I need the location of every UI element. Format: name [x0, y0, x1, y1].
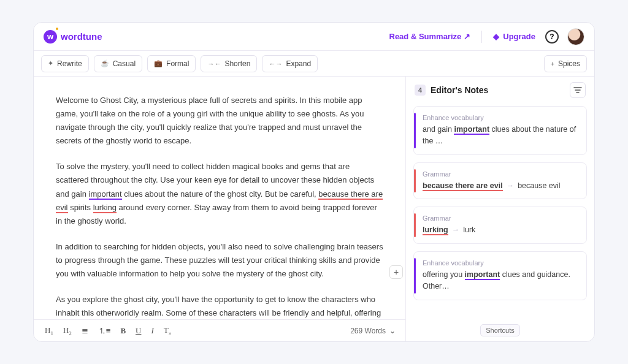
expand-button[interactable]: ←→ Expand — [262, 55, 318, 72]
sparkle-icon: ✦ — [48, 59, 53, 67]
editor-scroll[interactable]: Welcome to Ghost City, a mysterious plac… — [34, 77, 405, 319]
paragraph[interactable]: As you explore the ghost city, you'll ha… — [56, 293, 383, 319]
brand-logo[interactable]: w wordtune — [44, 30, 102, 44]
plus-icon: + — [551, 60, 554, 67]
document-body[interactable]: Welcome to Ghost City, a mysterious plac… — [56, 94, 383, 319]
vocab-highlight[interactable]: important — [89, 189, 122, 200]
note-category: Grammar — [423, 170, 579, 178]
diamond-icon: ◆ — [493, 32, 499, 41]
word-count-label: 269 Words — [350, 327, 386, 335]
note-card[interactable]: Grammarlurking→lurk — [413, 207, 587, 244]
logo-mark-icon: w — [44, 30, 57, 44]
note-category: Enhance vocabulary — [423, 259, 579, 267]
bold-button[interactable]: B — [119, 325, 127, 337]
underline-button[interactable]: U — [134, 325, 142, 337]
brand-name: wordtune — [61, 31, 102, 42]
rewrite-button[interactable]: ✦ Rewrite — [41, 55, 89, 72]
shorten-icon: →← — [207, 60, 221, 67]
note-body: offering you important clues and guidanc… — [423, 269, 579, 292]
casual-button[interactable]: ☕ Casual — [94, 55, 142, 72]
casual-icon: ☕ — [101, 59, 109, 67]
formal-label: Formal — [166, 59, 189, 68]
casual-label: Casual — [113, 59, 136, 68]
clear-format-button[interactable]: T× — [163, 324, 173, 338]
shorten-label: Shorten — [224, 59, 250, 68]
numbered-list-button[interactable]: ⒈≡ — [97, 324, 112, 338]
expand-icon: ←→ — [269, 60, 282, 67]
word-count-button[interactable]: 269 Words ⌄ — [350, 327, 396, 335]
note-body: lurking→lurk — [423, 224, 579, 236]
external-link-icon: ↗ — [464, 32, 470, 41]
main-split: Welcome to Ghost City, a mysterious plac… — [34, 77, 594, 341]
note-card[interactable]: Enhance vocabularyand gain important clu… — [413, 106, 587, 155]
add-block-button[interactable]: + — [389, 265, 403, 279]
spices-button[interactable]: + Spices — [544, 55, 587, 72]
filter-icon — [573, 86, 582, 94]
editor-footer-toolbar: H1 H2 ≣ ⒈≡ B U I T× 269 Words ⌄ — [34, 319, 405, 341]
upgrade-label: Upgrade — [503, 32, 535, 41]
grammar-highlight: because there are evil — [423, 181, 503, 191]
spices-label: Spices — [558, 59, 580, 68]
notes-list: Enhance vocabularyand gain important clu… — [406, 104, 594, 320]
paragraph[interactable]: Welcome to Ghost City, a mysterious plac… — [56, 94, 383, 148]
filter-button[interactable] — [570, 82, 586, 98]
vocab-highlight: important — [454, 125, 489, 135]
arrow-icon: → — [507, 181, 515, 190]
help-button[interactable]: ? — [545, 30, 559, 44]
upgrade-button[interactable]: ◆ Upgrade — [493, 32, 535, 41]
vocab-highlight: important — [465, 270, 500, 280]
shortcuts-button[interactable]: Shortcuts — [480, 324, 519, 336]
header-divider — [481, 31, 482, 43]
avatar[interactable] — [567, 28, 584, 45]
paragraph[interactable]: To solve the mystery, you'll need to col… — [56, 160, 383, 227]
heading1-button[interactable]: H1 — [44, 324, 55, 338]
grammar-highlight: lurking — [423, 226, 448, 235]
note-card[interactable]: Enhance vocabularyoffering you important… — [413, 251, 587, 300]
read-summarize-link[interactable]: Read & Summarize ↗ — [389, 32, 471, 41]
note-category: Enhance vocabulary — [423, 114, 579, 121]
editor-column: Welcome to Ghost City, a mysterious plac… — [34, 77, 405, 341]
note-body: because there are evil→because evil — [423, 180, 579, 192]
note-card[interactable]: Grammarbecause there are evil→because ev… — [413, 162, 587, 200]
editors-notes-panel: 4 Editor's Notes Enhance vocabularyand g… — [405, 77, 594, 341]
heading2-button[interactable]: H2 — [62, 324, 73, 338]
note-category: Grammar — [423, 214, 579, 222]
formal-icon: 💼 — [154, 59, 163, 67]
expand-label: Expand — [286, 59, 311, 68]
formal-button[interactable]: 💼 Formal — [147, 55, 196, 72]
rewrite-toolbar: ✦ Rewrite ☕ Casual 💼 Formal →← Shorten ←… — [34, 51, 594, 77]
notes-count-badge: 4 — [415, 85, 426, 96]
notes-title: Editor's Notes — [431, 85, 488, 95]
read-summarize-label: Read & Summarize — [389, 32, 462, 41]
grammar-highlight[interactable]: lurking — [93, 203, 117, 213]
app-window: w wordtune Read & Summarize ↗ ◆ Upgrade … — [33, 22, 595, 342]
italic-button[interactable]: I — [150, 325, 155, 337]
shorten-button[interactable]: →← Shorten — [201, 55, 257, 72]
chevron-down-icon: ⌄ — [389, 327, 396, 335]
rewrite-label: Rewrite — [57, 59, 82, 68]
note-body: and gain important clues about the natur… — [423, 124, 579, 147]
notes-header: 4 Editor's Notes — [406, 77, 594, 104]
arrow-icon: → — [452, 226, 460, 234]
bullet-list-button[interactable]: ≣ — [80, 325, 90, 336]
top-header: w wordtune Read & Summarize ↗ ◆ Upgrade … — [34, 23, 594, 51]
paragraph[interactable]: In addition to searching for hidden obje… — [56, 240, 383, 281]
